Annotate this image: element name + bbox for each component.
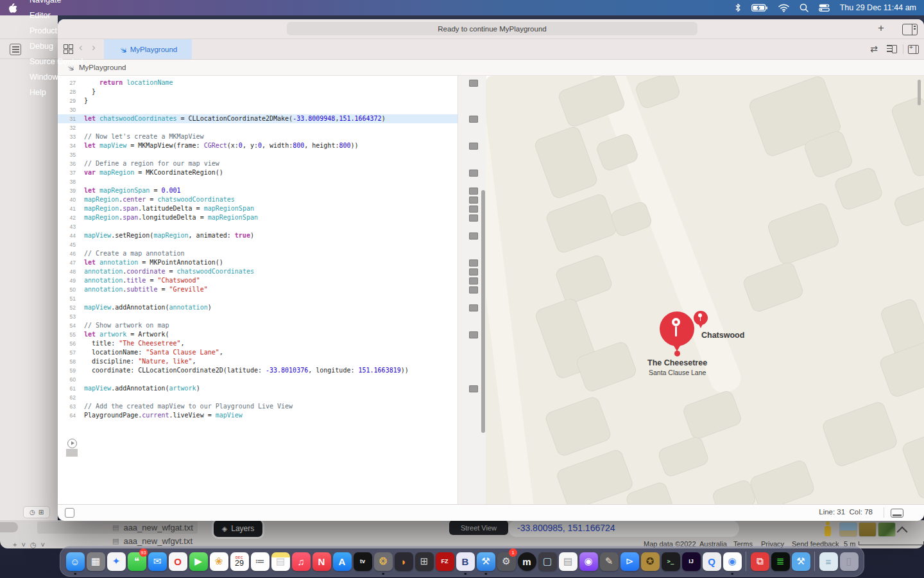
file-row[interactable]: ▤aaa_new_wfgat.txt — [112, 523, 193, 532]
dock-news-icon[interactable]: N — [312, 548, 331, 575]
code-line-33[interactable]: 33// Now let's create a MKMapView — [58, 132, 458, 141]
line-col-indicator[interactable]: Line: 31 Col: 78 — [819, 508, 873, 516]
result-button-line-31[interactable] — [469, 116, 478, 123]
dock-firefox-icon[interactable]: ◗ — [394, 548, 413, 575]
dock-m-app-icon[interactable]: m — [517, 548, 536, 575]
editor-options-icon[interactable] — [887, 45, 897, 53]
dock-apple-tv-icon[interactable]: tv — [353, 548, 372, 575]
dock-xcode-icon[interactable]: ⚒ — [476, 548, 495, 575]
code-line-62[interactable]: 62 — [58, 393, 458, 402]
result-button-line-55[interactable] — [469, 331, 478, 338]
code-line-51[interactable]: 51 — [58, 294, 458, 303]
code-line-30[interactable]: 30 — [58, 105, 458, 114]
result-button-line-52[interactable] — [469, 304, 478, 311]
code-line-52[interactable]: 52mapView.addAnnotation(annotation) — [58, 303, 458, 312]
dock-screen-sharing-app-icon[interactable]: ▢ — [538, 548, 557, 575]
menu-clock[interactable]: Thu 29 Dec 11:44 am — [840, 3, 916, 12]
playground-run-button[interactable] — [67, 439, 77, 448]
imagery-thumbnail[interactable] — [839, 522, 857, 537]
forward-button[interactable]: › — [92, 41, 96, 54]
dock-calendar-icon[interactable]: DEC29 — [230, 548, 249, 575]
dock-chrome-icon[interactable]: ◉ — [723, 548, 742, 575]
dock-launchpad-icon[interactable]: ▦ — [86, 548, 105, 575]
dock-zoom-icon[interactable]: ⊳ — [620, 548, 639, 575]
street-view-button[interactable]: Street View — [449, 520, 508, 535]
code-line-63[interactable]: 63// Add the created mapView to our Play… — [58, 402, 458, 411]
code-line-28[interactable]: 28 } — [58, 87, 458, 96]
result-button-line-39[interactable] — [469, 188, 478, 195]
result-button-line-27[interactable] — [469, 80, 478, 87]
code-line-46[interactable]: 46// Create a map annotation — [58, 249, 458, 258]
code-line-59[interactable]: 59 coordinate: CLLocationCoordinate2D(la… — [58, 366, 458, 375]
code-line-29[interactable]: 29} — [58, 96, 458, 105]
dock-calculator-icon[interactable]: ⊞ — [415, 548, 434, 575]
result-button-line-50[interactable] — [469, 286, 478, 293]
dock-notes-icon[interactable]: ▤ — [271, 548, 290, 575]
code-line-41[interactable]: 41mapRegion.span.latitudeDelta = mapRegi… — [58, 204, 458, 213]
inspector-toggle-button[interactable] — [902, 24, 918, 35]
bluetooth-icon[interactable] — [735, 3, 741, 12]
tab-myplayground[interactable]: MyPlayground — [104, 39, 192, 59]
add-editor-split-icon[interactable] — [908, 45, 919, 54]
result-button-line-41[interactable] — [469, 206, 478, 213]
dock-trash-icon[interactable]: ▯ — [839, 548, 859, 575]
jump-bar[interactable]: MyPlayground — [58, 60, 924, 76]
dock-filezilla-icon[interactable]: FZ — [435, 548, 454, 575]
code-line-48[interactable]: 48annotation.coordinate = chatswoodCoord… — [58, 267, 458, 276]
code-line-43[interactable]: 43 — [58, 222, 458, 231]
code-line-42[interactable]: 42mapRegion.span.longitudeDelta = mapReg… — [58, 213, 458, 222]
wifi-icon[interactable] — [778, 4, 789, 12]
result-button-line-42[interactable] — [469, 215, 478, 222]
dock-downloads-stack-icon[interactable]: ≡ — [819, 548, 838, 575]
dock-terminal-icon[interactable]: >_ — [661, 548, 680, 575]
code-line-61[interactable]: 61mapView.addAnnotation(artwork) — [58, 384, 458, 393]
code-line-57[interactable]: 57 locationName: "Santa Clause Lane", — [58, 348, 458, 357]
layers-button[interactable]: ◈Layers — [214, 520, 262, 537]
dock-bibdesk-icon[interactable]: B — [456, 548, 475, 575]
dock-finder-icon[interactable]: ☺ — [65, 548, 85, 575]
editor-scrollbar[interactable] — [481, 190, 485, 433]
result-button-line-61[interactable] — [469, 385, 478, 392]
dock-hack-terminal-icon[interactable]: ≣ — [771, 548, 790, 575]
dock-libreoffice-icon[interactable]: ▤ — [558, 548, 578, 575]
code-line-45[interactable]: 45 — [58, 240, 458, 249]
dock-photos-icon[interactable]: ❀ — [209, 548, 228, 575]
code-line-53[interactable]: 53 — [58, 312, 458, 321]
menu-item-window[interactable]: Window — [24, 69, 89, 85]
dock-mail-icon[interactable]: ✉ — [148, 548, 167, 575]
menu-item-debug[interactable]: Debug — [24, 39, 89, 54]
dock-intellij-idea-icon[interactable]: IJ — [681, 548, 701, 575]
dock-podcasts-icon[interactable]: ◉ — [579, 548, 598, 575]
dock-app-store-icon[interactable]: A — [332, 548, 352, 575]
code-line-64[interactable]: 64PlaygroundPage.current.liveView = mapV… — [58, 411, 458, 420]
code-line-39[interactable]: 39let mapRegionSpan = 0.001 — [58, 186, 458, 195]
code-line-44[interactable]: 44mapView.setRegion(mapRegion, animated:… — [58, 231, 458, 240]
imagery-thumbnail[interactable] — [878, 522, 896, 537]
code-line-58[interactable]: 58 discipline: "Nature, like", — [58, 357, 458, 366]
dock-paint-palette-app-icon[interactable]: ❂ — [373, 548, 393, 575]
menu-item-help[interactable]: Help — [24, 85, 89, 100]
dock-messages-icon[interactable]: ❝93 — [127, 548, 146, 575]
playground-live-view-map[interactable]: Chatswood The Cheesetree Santa Clause La… — [486, 76, 924, 504]
code-line-56[interactable]: 56 title: "The Cheesetree", — [58, 339, 458, 348]
source-editor[interactable]: 27 return locationName28 }29}3031let cha… — [58, 76, 458, 504]
history-add-buttons[interactable]: ◷⊞ — [23, 506, 50, 518]
dock-blue-hammer-app-icon[interactable]: ⚒ — [791, 548, 810, 575]
code-line-31[interactable]: 31let chatswoodCoordinates = CLLocationC… — [58, 114, 458, 123]
code-line-35[interactable]: 35 — [58, 150, 458, 159]
menu-item-editor[interactable]: Editor — [24, 8, 89, 23]
dock-red-cards-app-icon[interactable]: ⧉ — [750, 548, 769, 575]
dock-reminders-icon[interactable]: ≔ — [250, 548, 270, 575]
code-line-34[interactable]: 34let mapView = MKMapView(frame: CGRect(… — [58, 141, 458, 150]
battery-charging-icon[interactable] — [751, 4, 768, 12]
file-toolbar[interactable]: + ˅ ◷ ˅ — [13, 541, 46, 549]
swap-editor-icon[interactable]: ⇄ — [870, 44, 878, 54]
result-button-line-40[interactable] — [469, 197, 478, 204]
code-line-38[interactable]: 38 — [58, 177, 458, 186]
code-line-55[interactable]: 55let artwork = Artwork( — [58, 330, 458, 339]
display-icon[interactable] — [891, 509, 903, 518]
menu-item-source-control[interactable]: Source Control — [24, 54, 89, 69]
pegman-icon[interactable] — [824, 521, 832, 537]
dock-system-settings-icon[interactable]: ⚙1 — [497, 548, 516, 575]
code-line-27[interactable]: 27 return locationName — [58, 78, 458, 87]
